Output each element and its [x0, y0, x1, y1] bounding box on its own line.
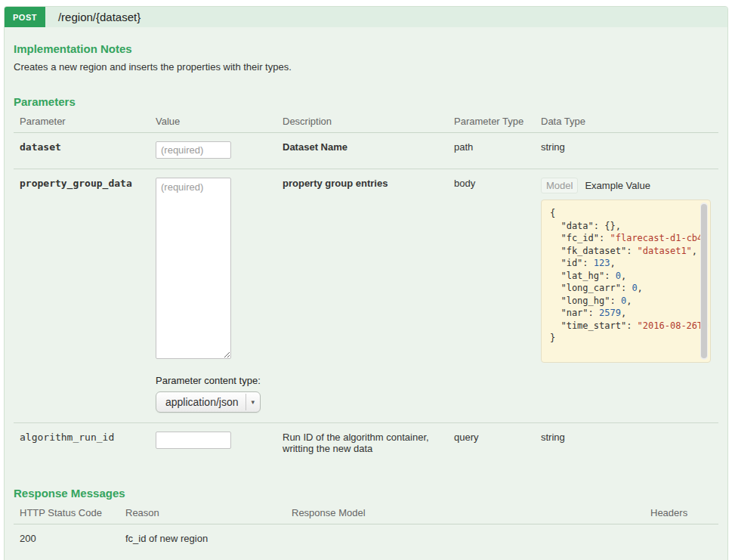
col-value: Value: [150, 110, 276, 133]
method-badge: POST: [5, 7, 45, 27]
param-description: Dataset Name: [276, 133, 448, 169]
response-messages-table: HTTP Status Code Reason Response Model H…: [14, 501, 718, 554]
param-data-type: string: [535, 133, 718, 169]
snippet-scrollbar[interactable]: [700, 203, 708, 360]
param-type: body: [448, 169, 535, 423]
param-type: query: [448, 423, 535, 465]
param-description: property group entries: [276, 169, 448, 423]
tab-example-value[interactable]: Example Value: [585, 180, 650, 191]
example-value-snippet[interactable]: { "data": {}, "fc_id": "flarecast-d1-cb4…: [541, 200, 711, 363]
param-name: property_group_data: [14, 169, 150, 423]
param-type: path: [448, 133, 535, 169]
content-type-select[interactable]: application/json ▾: [156, 391, 261, 413]
chevron-down-icon: ▾: [246, 394, 261, 410]
algorithm-run-id-value-input[interactable]: [156, 432, 231, 449]
param-description: Run ID of the algorithm container, writt…: [276, 423, 448, 465]
endpoint-content: Implementation Notes Creates a new regio…: [5, 27, 727, 560]
endpoint-header[interactable]: POST /region/{dataset}: [5, 7, 727, 27]
dataset-value-input[interactable]: [156, 141, 231, 159]
property-group-data-textarea[interactable]: [156, 178, 231, 359]
param-data-type: string: [535, 423, 718, 465]
response-headers: [644, 524, 718, 555]
col-reason: Reason: [119, 501, 286, 524]
param-row-dataset: dataset Dataset Name path string: [14, 133, 718, 169]
implementation-notes-heading: Implementation Notes: [14, 42, 718, 55]
response-model: [286, 524, 644, 555]
parameters-heading: Parameters: [14, 95, 718, 108]
parameters-table: Parameter Value Description Parameter Ty…: [14, 110, 718, 464]
response-status-code: 200: [14, 524, 119, 555]
response-reason: fc_id of new region: [119, 524, 286, 555]
tab-model[interactable]: Model: [541, 178, 578, 193]
response-row-200: 200 fc_id of new region: [14, 524, 718, 555]
endpoint-panel: POST /region/{dataset} Implementation No…: [4, 6, 728, 560]
param-row-algorithm-run-id: algorithm_run_id Run ID of the algorithm…: [14, 423, 718, 465]
example-json-code: { "data": {}, "fc_id": "flarecast-d1-cb4…: [550, 207, 695, 345]
model-tabs: Model Example Value: [541, 178, 711, 193]
param-row-property-group-data: property_group_data Parameter content ty…: [14, 169, 718, 423]
parameters-header-row: Parameter Value Description Parameter Ty…: [14, 110, 718, 133]
col-headers: Headers: [644, 501, 718, 524]
implementation-notes-text: Creates a new region and inserts the pro…: [14, 61, 718, 73]
responses-header-row: HTTP Status Code Reason Response Model H…: [14, 501, 718, 524]
response-messages-heading: Response Messages: [14, 487, 718, 500]
col-response-model: Response Model: [286, 501, 644, 524]
response-messages-section: Response Messages HTTP Status Code Reaso…: [14, 487, 718, 560]
col-http-status-code: HTTP Status Code: [14, 501, 119, 524]
endpoint-path[interactable]: /region/{dataset}: [58, 7, 141, 27]
col-data-type: Data Type: [535, 110, 718, 133]
col-parameter-type: Parameter Type: [448, 110, 535, 133]
param-name: dataset: [14, 133, 150, 169]
param-name: algorithm_run_id: [14, 423, 150, 465]
content-type-label: Parameter content type:: [156, 375, 269, 386]
col-description: Description: [276, 110, 448, 133]
col-parameter: Parameter: [14, 110, 150, 133]
content-type-selected-value: application/json: [156, 392, 246, 412]
content-type-block: Parameter content type: application/json…: [156, 375, 269, 413]
snippet-scrollbar-thumb[interactable]: [701, 204, 707, 358]
